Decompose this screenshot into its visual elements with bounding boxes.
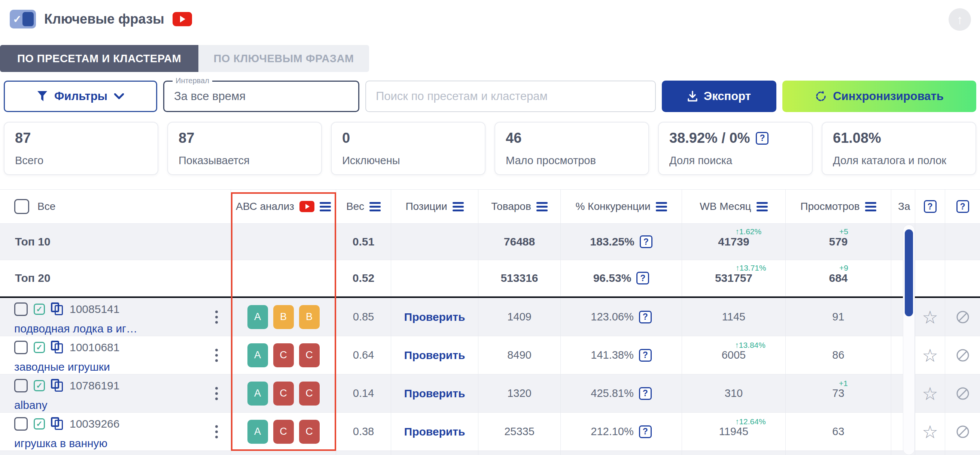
favorite-star-icon[interactable]: ☆	[922, 385, 938, 402]
toggle-knob	[22, 12, 34, 26]
column-menu-icon[interactable]	[320, 202, 331, 211]
column-header-positions[interactable]: Позиции	[391, 190, 478, 224]
preset-name-link[interactable]: игрушка в ванную	[14, 437, 107, 450]
abc-badge[interactable]: C	[299, 343, 320, 367]
help-icon[interactable]: ?	[639, 387, 652, 400]
preset-name-link[interactable]: albany	[14, 399, 47, 412]
ves-value: 0.64	[336, 336, 391, 374]
help-icon[interactable]: ?	[639, 349, 652, 362]
abc-badge[interactable]: C	[273, 420, 294, 444]
select-all-checkbox[interactable]	[14, 199, 29, 214]
favorite-star-icon[interactable]: ☆	[922, 308, 938, 326]
app-header: ✓ Ключевые фразы ↑	[0, 0, 980, 29]
column-header-products[interactable]: Товаров	[478, 190, 561, 224]
views-value: 63	[832, 425, 844, 437]
active-check-icon[interactable]: ✓	[34, 303, 45, 315]
exclude-icon[interactable]	[956, 348, 970, 362]
tab-presets-clusters[interactable]: ПО ПРЕСЕТАМ И КЛАСТЕРАМ	[0, 45, 198, 72]
column-menu-icon[interactable]	[453, 202, 464, 211]
column-header-competition[interactable]: % Конкуренции	[561, 190, 682, 224]
row-checkbox[interactable]	[14, 379, 28, 393]
help-icon[interactable]: ?	[636, 272, 649, 284]
stat-card-catalog-share: 61.08% Доля каталога и полок	[822, 122, 976, 175]
row-menu-icon[interactable]	[215, 310, 218, 323]
column-header-ves[interactable]: Вес	[336, 190, 391, 224]
preset-name-link[interactable]: подводная лодка в иг…	[14, 322, 137, 335]
column-menu-icon[interactable]	[865, 202, 876, 211]
scroll-to-top-button[interactable]: ↑	[948, 8, 971, 31]
help-icon[interactable]: ?	[956, 200, 969, 213]
abc-badge[interactable]: C	[273, 343, 294, 367]
row-checkbox[interactable]	[14, 302, 28, 316]
abc-badge[interactable]: A	[247, 420, 268, 444]
exclude-icon[interactable]	[956, 425, 970, 439]
copy-icon[interactable]	[51, 417, 64, 431]
keyphrases-toggle[interactable]: ✓	[10, 10, 36, 29]
column-menu-icon[interactable]	[757, 202, 768, 211]
abc-badge[interactable]: C	[299, 420, 320, 444]
interval-input[interactable]	[174, 89, 340, 103]
youtube-icon[interactable]	[173, 12, 192, 26]
abc-badge[interactable]: C	[273, 382, 294, 406]
search-input[interactable]	[376, 89, 645, 103]
help-icon[interactable]: ?	[924, 200, 937, 213]
column-menu-icon[interactable]	[656, 202, 667, 211]
abc-badge[interactable]: B	[299, 305, 320, 329]
wb-month-value: 531757	[715, 272, 752, 284]
row-menu-icon[interactable]	[215, 387, 218, 400]
filter-funnel-icon	[37, 91, 48, 102]
favorite-star-icon[interactable]: ☆	[922, 423, 938, 441]
competition-value: 96.53%	[593, 272, 632, 284]
filters-button[interactable]: Фильтры	[4, 81, 157, 112]
export-button[interactable]: Экспорт	[662, 81, 776, 112]
row-menu-icon[interactable]	[215, 425, 218, 438]
abc-cell-empty	[231, 260, 336, 296]
column-label: % Конкуренции	[575, 201, 650, 212]
column-header-views[interactable]: Просмотров	[786, 190, 891, 224]
help-icon[interactable]: ?	[640, 235, 652, 248]
row-checkbox[interactable]	[14, 417, 28, 431]
copy-icon[interactable]	[51, 341, 64, 354]
vertical-scrollbar[interactable]	[903, 225, 915, 455]
export-label: Экспорт	[704, 89, 751, 103]
download-icon	[687, 91, 698, 102]
column-header-wb-month[interactable]: WB Месяц	[682, 190, 786, 224]
row-checkbox[interactable]	[14, 341, 28, 354]
active-check-icon[interactable]: ✓	[34, 380, 45, 391]
help-icon[interactable]: ?	[639, 425, 652, 438]
help-icon[interactable]: ?	[756, 132, 768, 145]
column-menu-icon[interactable]	[536, 202, 548, 211]
interval-field[interactable]: Интервал	[163, 81, 360, 112]
check-positions-link[interactable]: Проверить	[404, 387, 465, 400]
active-check-icon[interactable]: ✓	[34, 418, 45, 429]
column-menu-icon[interactable]	[369, 202, 381, 211]
column-header-abc[interactable]: АВС анализ	[231, 190, 336, 224]
check-positions-link[interactable]: Проверить	[404, 425, 465, 438]
check-positions-link[interactable]: Проверить	[404, 349, 465, 362]
abc-badge[interactable]: A	[247, 343, 268, 367]
help-icon[interactable]: ?	[639, 311, 652, 323]
abc-badge[interactable]: A	[247, 305, 268, 329]
abc-cell-empty	[231, 224, 336, 260]
check-positions-link[interactable]: Проверить	[404, 311, 465, 323]
wb-month-change: ↑12.64%	[735, 417, 766, 426]
copy-icon[interactable]	[51, 379, 64, 393]
sync-button[interactable]: Синхронизировать	[782, 81, 976, 112]
tab-key-phrases[interactable]: ПО КЛЮЧЕВЫМ ФРАЗАМ	[198, 45, 369, 72]
row-menu-icon[interactable]	[215, 348, 218, 362]
abc-badge[interactable]: A	[247, 382, 268, 406]
youtube-icon[interactable]	[299, 201, 315, 212]
preset-name-link[interactable]: заводные игрушки	[14, 361, 110, 373]
abc-badge[interactable]: C	[299, 382, 320, 406]
active-check-icon[interactable]: ✓	[34, 342, 45, 353]
abc-badge[interactable]: B	[273, 305, 294, 329]
stat-value: 46	[506, 130, 638, 146]
exclude-icon[interactable]	[956, 310, 970, 324]
scrollbar-thumb[interactable]	[905, 229, 913, 316]
views-value: 86	[832, 349, 844, 361]
column-header-truncated[interactable]: За	[891, 190, 915, 224]
keyphrases-table: Все АВС анализ Вес Позиции Товаров % Кон…	[0, 189, 980, 455]
copy-icon[interactable]	[51, 302, 64, 316]
exclude-icon[interactable]	[956, 386, 970, 401]
favorite-star-icon[interactable]: ☆	[922, 346, 938, 364]
